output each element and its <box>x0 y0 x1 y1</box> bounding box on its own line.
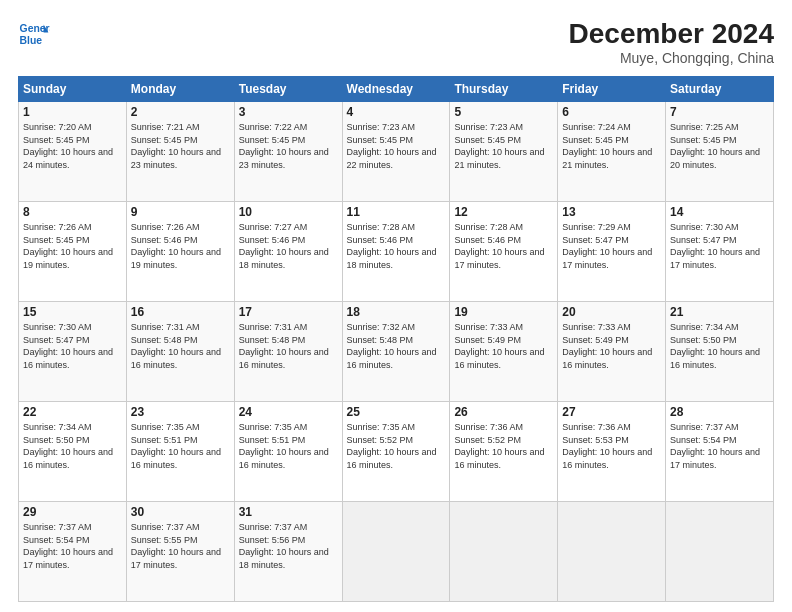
day-number: 7 <box>670 105 769 119</box>
day-number: 25 <box>347 405 446 419</box>
day-cell: 11Sunrise: 7:28 AMSunset: 5:46 PMDayligh… <box>342 202 450 302</box>
day-info: Sunrise: 7:31 AMSunset: 5:48 PMDaylight:… <box>239 321 338 371</box>
day-number: 21 <box>670 305 769 319</box>
day-number: 13 <box>562 205 661 219</box>
day-cell: 4Sunrise: 7:23 AMSunset: 5:45 PMDaylight… <box>342 102 450 202</box>
week-row-1: 1Sunrise: 7:20 AMSunset: 5:45 PMDaylight… <box>19 102 774 202</box>
day-cell: 9Sunrise: 7:26 AMSunset: 5:46 PMDaylight… <box>126 202 234 302</box>
day-info: Sunrise: 7:29 AMSunset: 5:47 PMDaylight:… <box>562 221 661 271</box>
day-number: 14 <box>670 205 769 219</box>
col-friday: Friday <box>558 77 666 102</box>
day-info: Sunrise: 7:35 AMSunset: 5:51 PMDaylight:… <box>239 421 338 471</box>
day-number: 16 <box>131 305 230 319</box>
day-cell: 29Sunrise: 7:37 AMSunset: 5:54 PMDayligh… <box>19 502 127 602</box>
col-sunday: Sunday <box>19 77 127 102</box>
day-cell: 14Sunrise: 7:30 AMSunset: 5:47 PMDayligh… <box>666 202 774 302</box>
day-info: Sunrise: 7:32 AMSunset: 5:48 PMDaylight:… <box>347 321 446 371</box>
day-number: 22 <box>23 405 122 419</box>
day-cell: 8Sunrise: 7:26 AMSunset: 5:45 PMDaylight… <box>19 202 127 302</box>
day-number: 19 <box>454 305 553 319</box>
day-number: 17 <box>239 305 338 319</box>
day-number: 5 <box>454 105 553 119</box>
day-cell: 6Sunrise: 7:24 AMSunset: 5:45 PMDaylight… <box>558 102 666 202</box>
header: General Blue December 2024 Muye, Chongqi… <box>18 18 774 66</box>
day-cell: 10Sunrise: 7:27 AMSunset: 5:46 PMDayligh… <box>234 202 342 302</box>
week-row-2: 8Sunrise: 7:26 AMSunset: 5:45 PMDaylight… <box>19 202 774 302</box>
day-cell: 23Sunrise: 7:35 AMSunset: 5:51 PMDayligh… <box>126 402 234 502</box>
day-info: Sunrise: 7:27 AMSunset: 5:46 PMDaylight:… <box>239 221 338 271</box>
day-number: 28 <box>670 405 769 419</box>
day-number: 15 <box>23 305 122 319</box>
col-tuesday: Tuesday <box>234 77 342 102</box>
col-monday: Monday <box>126 77 234 102</box>
day-cell: 25Sunrise: 7:35 AMSunset: 5:52 PMDayligh… <box>342 402 450 502</box>
day-info: Sunrise: 7:28 AMSunset: 5:46 PMDaylight:… <box>347 221 446 271</box>
day-cell <box>450 502 558 602</box>
day-number: 6 <box>562 105 661 119</box>
day-info: Sunrise: 7:22 AMSunset: 5:45 PMDaylight:… <box>239 121 338 171</box>
day-number: 20 <box>562 305 661 319</box>
day-number: 10 <box>239 205 338 219</box>
day-cell: 20Sunrise: 7:33 AMSunset: 5:49 PMDayligh… <box>558 302 666 402</box>
day-info: Sunrise: 7:30 AMSunset: 5:47 PMDaylight:… <box>23 321 122 371</box>
day-cell: 7Sunrise: 7:25 AMSunset: 5:45 PMDaylight… <box>666 102 774 202</box>
day-cell: 2Sunrise: 7:21 AMSunset: 5:45 PMDaylight… <box>126 102 234 202</box>
day-info: Sunrise: 7:25 AMSunset: 5:45 PMDaylight:… <box>670 121 769 171</box>
day-cell: 3Sunrise: 7:22 AMSunset: 5:45 PMDaylight… <box>234 102 342 202</box>
svg-text:Blue: Blue <box>20 35 43 46</box>
day-info: Sunrise: 7:20 AMSunset: 5:45 PMDaylight:… <box>23 121 122 171</box>
day-cell: 19Sunrise: 7:33 AMSunset: 5:49 PMDayligh… <box>450 302 558 402</box>
day-number: 31 <box>239 505 338 519</box>
day-info: Sunrise: 7:37 AMSunset: 5:54 PMDaylight:… <box>670 421 769 471</box>
day-number: 29 <box>23 505 122 519</box>
day-info: Sunrise: 7:34 AMSunset: 5:50 PMDaylight:… <box>23 421 122 471</box>
day-info: Sunrise: 7:37 AMSunset: 5:54 PMDaylight:… <box>23 521 122 571</box>
day-info: Sunrise: 7:21 AMSunset: 5:45 PMDaylight:… <box>131 121 230 171</box>
day-info: Sunrise: 7:33 AMSunset: 5:49 PMDaylight:… <box>562 321 661 371</box>
day-cell <box>342 502 450 602</box>
day-number: 11 <box>347 205 446 219</box>
day-info: Sunrise: 7:36 AMSunset: 5:52 PMDaylight:… <box>454 421 553 471</box>
day-cell: 1Sunrise: 7:20 AMSunset: 5:45 PMDaylight… <box>19 102 127 202</box>
day-number: 8 <box>23 205 122 219</box>
calendar-table: Sunday Monday Tuesday Wednesday Thursday… <box>18 76 774 602</box>
subtitle: Muye, Chongqing, China <box>569 50 774 66</box>
day-info: Sunrise: 7:36 AMSunset: 5:53 PMDaylight:… <box>562 421 661 471</box>
day-number: 3 <box>239 105 338 119</box>
col-saturday: Saturday <box>666 77 774 102</box>
week-row-4: 22Sunrise: 7:34 AMSunset: 5:50 PMDayligh… <box>19 402 774 502</box>
day-cell: 28Sunrise: 7:37 AMSunset: 5:54 PMDayligh… <box>666 402 774 502</box>
day-number: 24 <box>239 405 338 419</box>
day-info: Sunrise: 7:34 AMSunset: 5:50 PMDaylight:… <box>670 321 769 371</box>
day-cell: 12Sunrise: 7:28 AMSunset: 5:46 PMDayligh… <box>450 202 558 302</box>
day-info: Sunrise: 7:30 AMSunset: 5:47 PMDaylight:… <box>670 221 769 271</box>
logo-icon: General Blue <box>18 18 50 50</box>
logo: General Blue <box>18 18 50 50</box>
day-info: Sunrise: 7:23 AMSunset: 5:45 PMDaylight:… <box>347 121 446 171</box>
day-info: Sunrise: 7:26 AMSunset: 5:46 PMDaylight:… <box>131 221 230 271</box>
day-number: 4 <box>347 105 446 119</box>
day-number: 27 <box>562 405 661 419</box>
day-number: 23 <box>131 405 230 419</box>
day-cell: 27Sunrise: 7:36 AMSunset: 5:53 PMDayligh… <box>558 402 666 502</box>
day-cell: 26Sunrise: 7:36 AMSunset: 5:52 PMDayligh… <box>450 402 558 502</box>
page: General Blue December 2024 Muye, Chongqi… <box>0 0 792 612</box>
day-info: Sunrise: 7:24 AMSunset: 5:45 PMDaylight:… <box>562 121 661 171</box>
day-number: 2 <box>131 105 230 119</box>
title-block: December 2024 Muye, Chongqing, China <box>569 18 774 66</box>
day-cell: 24Sunrise: 7:35 AMSunset: 5:51 PMDayligh… <box>234 402 342 502</box>
day-cell <box>666 502 774 602</box>
day-number: 9 <box>131 205 230 219</box>
day-info: Sunrise: 7:31 AMSunset: 5:48 PMDaylight:… <box>131 321 230 371</box>
day-cell: 5Sunrise: 7:23 AMSunset: 5:45 PMDaylight… <box>450 102 558 202</box>
day-info: Sunrise: 7:35 AMSunset: 5:52 PMDaylight:… <box>347 421 446 471</box>
day-number: 30 <box>131 505 230 519</box>
day-cell: 16Sunrise: 7:31 AMSunset: 5:48 PMDayligh… <box>126 302 234 402</box>
day-info: Sunrise: 7:35 AMSunset: 5:51 PMDaylight:… <box>131 421 230 471</box>
day-info: Sunrise: 7:33 AMSunset: 5:49 PMDaylight:… <box>454 321 553 371</box>
week-row-5: 29Sunrise: 7:37 AMSunset: 5:54 PMDayligh… <box>19 502 774 602</box>
day-cell: 30Sunrise: 7:37 AMSunset: 5:55 PMDayligh… <box>126 502 234 602</box>
day-cell: 22Sunrise: 7:34 AMSunset: 5:50 PMDayligh… <box>19 402 127 502</box>
day-number: 26 <box>454 405 553 419</box>
day-number: 1 <box>23 105 122 119</box>
